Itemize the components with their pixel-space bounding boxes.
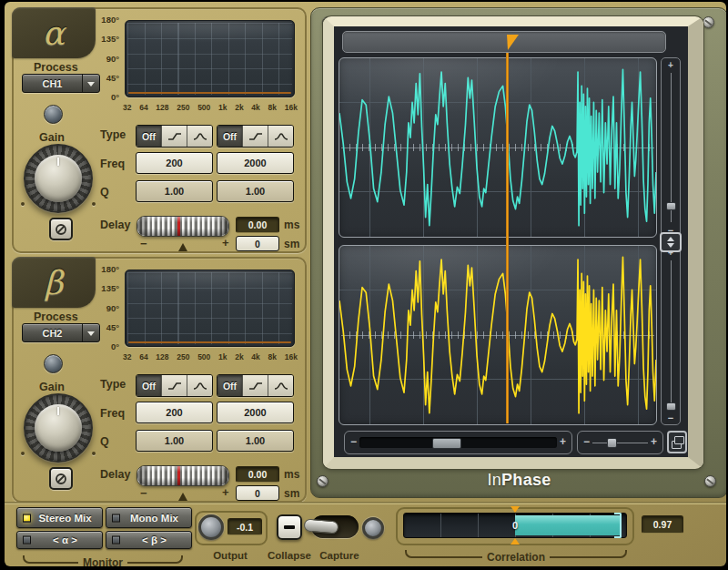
delay-minus[interactable]: −	[140, 237, 147, 250]
waveform-pane-alpha[interactable]	[339, 57, 657, 238]
gain-label: Gain	[39, 131, 65, 144]
pane-height-spinner[interactable]	[660, 232, 682, 252]
shelf-filter-button[interactable]	[161, 126, 187, 147]
led-indicator	[112, 536, 120, 545]
type-off-button[interactable]: Off	[136, 375, 161, 396]
freq-field-1[interactable]: 200	[136, 402, 213, 423]
shelf-filter-button[interactable]	[161, 375, 187, 396]
deg-label: 0°	[111, 341, 119, 351]
zoom-out-label[interactable]: −	[662, 412, 680, 423]
button-label: < β >	[142, 534, 167, 545]
button-label: Mono Mix	[130, 513, 178, 524]
q-field-1[interactable]: 1.00	[136, 180, 213, 202]
deg-label: 90°	[106, 303, 119, 313]
slider-thumb[interactable]	[666, 202, 676, 210]
phase-invert-button[interactable]	[49, 467, 73, 490]
correlation-meter: 0	[403, 513, 627, 538]
freq-field-1[interactable]: 200	[136, 152, 213, 174]
deg-label: 180°	[101, 15, 119, 25]
shelf-filter-icon	[167, 131, 183, 142]
inphase-plugin-window: α 180° 135° 90° 45° 0° 32641282505001k2k…	[5, 2, 726, 566]
gain-knob[interactable]	[24, 144, 93, 213]
bell-filter-button[interactable]	[268, 375, 293, 396]
phase-invert-icon	[55, 473, 67, 485]
overview-timeline-strip[interactable]	[342, 31, 666, 53]
process-dropdown[interactable]: CH1	[22, 74, 100, 93]
delay-pointer-icon	[178, 488, 187, 501]
title-part1: In	[487, 471, 501, 489]
delay-wheel[interactable]	[136, 216, 229, 237]
monitor-alpha-button[interactable]: < α >	[16, 531, 103, 549]
deg-label: 135°	[101, 283, 119, 293]
q-label: Q	[100, 435, 109, 448]
vertical-zoom-slider-alpha[interactable]: + −	[661, 57, 681, 238]
bell-filter-icon	[273, 381, 289, 392]
type-off-button[interactable]: Off	[217, 126, 242, 147]
graph-gloss	[126, 21, 294, 97]
stereo-mix-button[interactable]: Stereo Mix	[16, 507, 103, 528]
type-off-button[interactable]: Off	[217, 375, 242, 396]
zoom-out-label[interactable]: −	[583, 435, 590, 448]
chevron-down-icon[interactable]	[82, 75, 99, 92]
process-value[interactable]: CH1	[23, 75, 82, 92]
capture-button[interactable]	[362, 517, 384, 539]
bell-filter-button[interactable]	[187, 375, 212, 396]
arrow-down-icon	[667, 243, 674, 251]
type-off-button[interactable]: Off	[136, 126, 161, 147]
knob-pointer-icon	[57, 407, 59, 415]
bell-filter-icon	[273, 131, 289, 142]
phase-invert-button[interactable]	[49, 218, 73, 240]
chevron-down-icon[interactable]	[82, 324, 99, 341]
shelf-filter-button[interactable]	[242, 126, 268, 147]
delay-minus[interactable]: −	[140, 486, 147, 500]
freq-field-2[interactable]: 2000	[217, 402, 294, 423]
q-field-2[interactable]: 1.00	[217, 430, 294, 452]
link-panes-button[interactable]	[667, 431, 687, 453]
delay-ms-display[interactable]: 0.00	[236, 217, 279, 233]
slider-thumb[interactable]	[666, 402, 676, 411]
delay-samples-field[interactable]: 0	[236, 485, 279, 501]
scroll-minus-label[interactable]: −	[350, 435, 357, 448]
q-field-1[interactable]: 1.00	[136, 430, 213, 452]
channel-led-button[interactable]	[44, 354, 63, 373]
waveform-pane-beta[interactable]	[339, 245, 657, 425]
zoom-in-label[interactable]: +	[651, 435, 657, 448]
delay-plus[interactable]: +	[222, 236, 229, 249]
playback-cursor[interactable]	[506, 53, 509, 423]
slider-thumb[interactable]	[607, 438, 617, 448]
channel-led-button[interactable]	[44, 105, 63, 124]
shelf-filter-icon	[248, 381, 264, 392]
type-label: Type	[100, 378, 126, 391]
deg-label: 45°	[106, 322, 119, 332]
q-field-2[interactable]: 1.00	[217, 180, 294, 202]
scrollbar-thumb[interactable]	[432, 438, 461, 449]
horizontal-scrollbar[interactable]: − +	[344, 431, 572, 454]
knob-min-dot	[21, 202, 25, 206]
vertical-zoom-slider-beta[interactable]: + −	[661, 245, 681, 425]
capture-switch-lever[interactable]	[303, 518, 339, 534]
bell-filter-button[interactable]	[268, 126, 293, 147]
shelf-filter-button[interactable]	[242, 375, 268, 396]
scroll-plus-label[interactable]: +	[560, 435, 566, 448]
playhead-flag-icon[interactable]	[507, 35, 519, 50]
mono-mix-button[interactable]: Mono Mix	[106, 507, 192, 528]
delay-wheel[interactable]	[136, 465, 229, 486]
output-knob[interactable]	[198, 514, 224, 540]
bell-filter-button[interactable]	[187, 126, 212, 147]
delay-samples-field[interactable]: 0	[236, 236, 279, 251]
monitor-beta-button[interactable]: < β >	[106, 531, 192, 549]
output-value-display[interactable]: -0.1	[228, 518, 262, 535]
delay-plus[interactable]: +	[222, 485, 229, 499]
delay-ms-display[interactable]: 0.00	[236, 466, 279, 483]
process-dropdown[interactable]: CH2	[22, 323, 100, 342]
correlation-label: Correlation	[482, 551, 550, 564]
horizontal-zoom-slider[interactable]: − +	[577, 431, 663, 454]
title-part2: Phase	[501, 471, 551, 489]
process-value[interactable]: CH2	[23, 324, 82, 341]
collapse-button[interactable]	[277, 514, 302, 540]
gain-label: Gain	[39, 381, 65, 393]
zoom-in-label[interactable]: +	[662, 60, 680, 70]
freq-field-2[interactable]: 2000	[217, 152, 294, 174]
gain-knob[interactable]	[24, 393, 93, 463]
delay-label: Delay	[100, 468, 130, 481]
